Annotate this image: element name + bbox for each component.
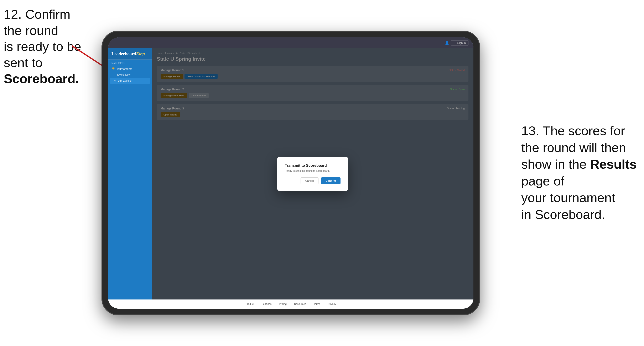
edit-icon: ✎	[114, 79, 116, 82]
top-bar: 👤 → Sign In	[108, 37, 474, 48]
footer-bar: Product Features Pricing Resources Terms…	[108, 300, 474, 309]
app-logo: LeaderboardKing	[112, 51, 148, 56]
sidebar: LeaderboardKing MAIN MENU 🏆 Tournaments …	[108, 48, 152, 300]
trophy-icon: 🏆	[112, 67, 115, 70]
plus-icon: +	[114, 74, 116, 76]
footer-link-pricing[interactable]: Pricing	[279, 303, 287, 306]
main-menu-label: MAIN MENU	[108, 60, 152, 66]
content-area: Home / Tournaments / State U Spring Invi…	[152, 48, 474, 300]
modal-title: Transmit to Scoreboard	[285, 164, 340, 168]
sign-in-button[interactable]: → Sign In	[451, 40, 468, 45]
footer-link-resources[interactable]: Resources	[294, 303, 306, 306]
modal-confirm-button[interactable]: Confirm	[321, 177, 340, 184]
sidebar-item-edit-existing[interactable]: ✎ Edit Existing	[110, 78, 150, 84]
sidebar-item-create-new[interactable]: + Create New	[108, 72, 152, 78]
tablet-screen: 👤 → Sign In LeaderboardKing MAIN MENU	[108, 37, 474, 309]
instruction-bottom: 13. The scores for the round will then s…	[521, 123, 638, 223]
app-container: 👤 → Sign In LeaderboardKing MAIN MENU	[108, 37, 474, 309]
tablet-frame: 👤 → Sign In LeaderboardKing MAIN MENU	[102, 31, 480, 315]
logo-area: LeaderboardKing	[108, 48, 152, 60]
modal-overlay: Transmit to Scoreboard Ready to send thi…	[152, 48, 474, 300]
instruction-top: 12. Confirm the round is ready to be sen…	[4, 6, 91, 87]
sign-in-icon: →	[454, 41, 456, 44]
footer-link-features[interactable]: Features	[262, 303, 272, 306]
footer-link-privacy[interactable]: Privacy	[328, 303, 336, 306]
main-area: LeaderboardKing MAIN MENU 🏆 Tournaments …	[108, 48, 474, 300]
user-icon: 👤	[445, 41, 449, 45]
modal-buttons: Cancel Confirm	[285, 177, 340, 184]
modal-dialog: Transmit to Scoreboard Ready to send thi…	[277, 157, 348, 191]
modal-cancel-button[interactable]: Cancel	[300, 177, 318, 184]
sidebar-item-tournaments[interactable]: 🏆 Tournaments	[108, 66, 152, 72]
modal-subtitle: Ready to send this round to Scoreboard?	[285, 170, 340, 173]
footer-link-product[interactable]: Product	[246, 303, 254, 306]
footer-link-terms[interactable]: Terms	[314, 303, 320, 306]
